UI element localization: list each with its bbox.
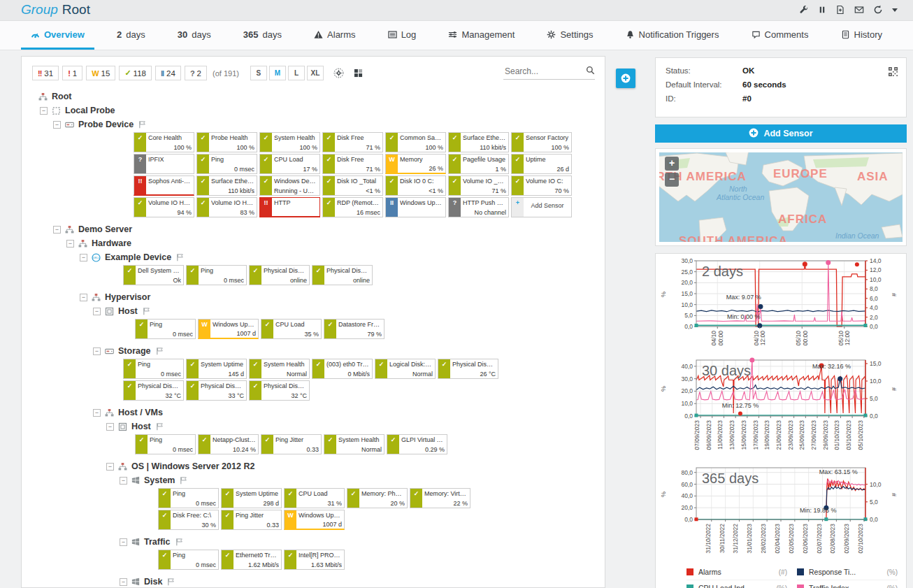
- tree-collapse-toggle[interactable]: −: [53, 226, 61, 234]
- sensor-tile[interactable]: ✓Volume IO C:70 %: [511, 175, 572, 196]
- pause-icon[interactable]: [818, 6, 826, 14]
- graph-30-days[interactable]: 0,010,020,030,040,00,05,010,015,0Max: 32…: [656, 356, 906, 464]
- tree-collapse-toggle[interactable]: −: [106, 423, 114, 431]
- size-button-m[interactable]: M: [269, 66, 286, 80]
- priority-flag-icon[interactable]: [175, 538, 183, 546]
- sensor-tile[interactable]: ✓Ping0 msec: [158, 488, 219, 508]
- priority-flag-icon[interactable]: [156, 347, 164, 355]
- search-input[interactable]: [503, 66, 586, 77]
- sensor-tile[interactable]: ✓Physical Disk: ...32 °C: [249, 380, 310, 401]
- priority-flag-icon[interactable]: [156, 422, 164, 431]
- tile-view-icon[interactable]: [354, 69, 363, 78]
- sensor-tile[interactable]: ✓(003) eth0 Traf...0 Mbit/s: [312, 359, 373, 379]
- sensor-tile[interactable]: !!HTTP: [259, 197, 320, 217]
- sensor-tile[interactable]: ✓System Uptime145 d: [186, 359, 247, 379]
- sensor-tile[interactable]: WWindows Upda...1007 d: [284, 510, 345, 530]
- filter-chip-118[interactable]: ✓118: [119, 66, 152, 80]
- tree-node-label[interactable]: Root: [52, 92, 71, 101]
- sensor-tile[interactable]: ✓Physical Disk 0...online: [249, 265, 310, 285]
- sensor-tile[interactable]: IIWindows Upda...: [385, 197, 446, 217]
- add-sensor-tile[interactable]: +Add Sensor: [511, 197, 572, 217]
- sensor-tile[interactable]: ✓Disk IO _Total<1 %: [322, 175, 383, 196]
- sensor-tile[interactable]: ✓System HealthNormal: [249, 359, 310, 379]
- sensor-tile[interactable]: ✓Ping0 msec: [135, 319, 196, 339]
- sensor-tile[interactable]: ✓Physical Disk: ...26 °C: [438, 359, 498, 379]
- refresh-icon[interactable]: [873, 5, 883, 15]
- sensor-tile[interactable]: ✓Volume IO Har...83 %: [196, 197, 257, 217]
- graph-365-days[interactable]: 0,020,040,060,080,00,05,010,0Max: 63.15 …: [656, 464, 906, 563]
- sensor-tile[interactable]: ✓Disk Free71 %: [322, 154, 383, 174]
- tree-node-label[interactable]: System: [144, 475, 175, 485]
- sensor-tile[interactable]: ✓System HealthNormal: [324, 434, 384, 454]
- sensor-tile[interactable]: ✓Physical Disk: ...33 °C: [186, 380, 247, 401]
- filter-chip-24[interactable]: II24: [155, 66, 181, 80]
- sensor-tile[interactable]: ✓Dell System He...Ok: [123, 265, 184, 285]
- sensor-tile[interactable]: ✓Surface Ethern...110 kbit/s: [448, 132, 509, 152]
- tree-collapse-toggle[interactable]: −: [120, 538, 127, 546]
- tree-node-label[interactable]: Host: [118, 306, 138, 316]
- add-sensor-button[interactable]: Add Sensor: [655, 124, 907, 143]
- report-icon[interactable]: [835, 5, 845, 15]
- sensor-tile[interactable]: ✓Memory: Virtu...22 %: [410, 488, 470, 508]
- sensor-tile[interactable]: ✓Uptime26 d: [511, 154, 572, 174]
- sensor-tile[interactable]: ?HTTP Push Da...No channel: [448, 197, 509, 217]
- sensor-tile[interactable]: ?IPFIX: [134, 154, 194, 174]
- sensor-tile[interactable]: ✓Surface Ethern...110 kbit/s: [196, 175, 257, 196]
- priority-flag-icon[interactable]: [176, 253, 184, 261]
- tab-days[interactable]: 365days: [233, 21, 292, 50]
- tree-node-label[interactable]: Storage: [118, 346, 151, 356]
- graph-2-days[interactable]: 0,05,010,015,020,025,030,00,02,04,06,08,…: [656, 255, 906, 356]
- sensor-tile[interactable]: ✓Volume IO _To...71 %: [448, 175, 509, 196]
- sensor-tile[interactable]: ✓Datastore Free...79 %: [324, 319, 384, 339]
- sensor-tile[interactable]: ✓Ping0 msec: [196, 154, 257, 174]
- sensor-tile[interactable]: ✓Probe Health100 %: [196, 132, 257, 152]
- priority-flag-icon[interactable]: [143, 307, 150, 315]
- tree-node-label[interactable]: Probe Device: [78, 120, 134, 129]
- wrench-icon[interactable]: [799, 5, 809, 15]
- tab-days[interactable]: 30days: [168, 21, 221, 50]
- priority-flag-icon[interactable]: [138, 120, 146, 129]
- sensor-tile[interactable]: ✓Pagefile Usage1 %: [448, 154, 509, 174]
- tree-node-label[interactable]: Disk: [144, 577, 162, 587]
- sensor-tile[interactable]: ✓Disk Free71 %: [322, 132, 383, 152]
- map-zoom-out-button[interactable]: −: [665, 173, 679, 187]
- sensor-tile[interactable]: ✓Physical Disk 0...online: [312, 265, 373, 285]
- email-icon[interactable]: [854, 5, 864, 15]
- sensor-tile[interactable]: ✓Ping0 msec: [158, 550, 219, 570]
- sensor-tile[interactable]: ✓System Health100 %: [259, 132, 320, 152]
- tree-settings-icon[interactable]: [333, 68, 344, 78]
- tab-days[interactable]: 2days: [107, 21, 155, 50]
- tree-collapse-toggle[interactable]: −: [106, 463, 114, 471]
- tree-collapse-toggle[interactable]: −: [93, 308, 101, 315]
- legend-item-cpu-load-ind-[interactable]: CPU Load Ind...(%): [686, 580, 787, 588]
- qr-code-icon[interactable]: [889, 66, 898, 79]
- tree-node-label[interactable]: Traffic: [144, 537, 171, 547]
- sensor-tile[interactable]: ✓GLPI Virtual A...0.29 %: [387, 434, 447, 454]
- tree-node-label[interactable]: Hardware: [92, 238, 131, 248]
- sensor-tile[interactable]: ✓Ping0 msec: [186, 265, 247, 285]
- tree-collapse-toggle[interactable]: −: [40, 107, 48, 115]
- tab-settings[interactable]: Settings: [537, 21, 603, 50]
- legend-item-traffic-index[interactable]: Traffic Index(%): [797, 580, 898, 588]
- sensor-tile[interactable]: ✓System Uptime298 d: [221, 488, 282, 508]
- tree-collapse-toggle[interactable]: −: [93, 409, 101, 417]
- tree-node-label[interactable]: Demo Server: [78, 224, 132, 234]
- sensor-tile[interactable]: ✓Ping Jitter0.33: [261, 434, 322, 454]
- tree-node-label[interactable]: Host: [131, 422, 151, 431]
- sensor-tile[interactable]: ✓Volume IO Har...94 %: [134, 197, 194, 217]
- map-zoom-in-button[interactable]: +: [665, 157, 679, 171]
- sensor-tile[interactable]: ✓Ping0 msec: [123, 359, 184, 379]
- tree-collapse-toggle[interactable]: −: [80, 254, 87, 261]
- legend-item-response-ti-[interactable]: Response Ti...(%): [797, 564, 898, 580]
- filter-chip-1[interactable]: !1: [62, 66, 82, 80]
- tree-collapse-toggle[interactable]: −: [93, 347, 101, 355]
- sensor-tile[interactable]: ✓Disk Free: C:\30 %: [158, 510, 219, 530]
- tree-node-label[interactable]: Local Probe: [65, 106, 115, 115]
- priority-flag-icon[interactable]: [180, 476, 187, 485]
- sensor-tile[interactable]: ✓CPU Load35 %: [261, 319, 322, 339]
- tab-log[interactable]: Log: [378, 21, 426, 50]
- sensor-tile[interactable]: ✓Memory: Physi...20 %: [347, 488, 408, 508]
- tree-node-label[interactable]: Hypervisor: [105, 292, 150, 302]
- tab-alarms[interactable]: Alarms: [304, 21, 365, 50]
- tab-notification-triggers[interactable]: Notification Triggers: [616, 21, 729, 50]
